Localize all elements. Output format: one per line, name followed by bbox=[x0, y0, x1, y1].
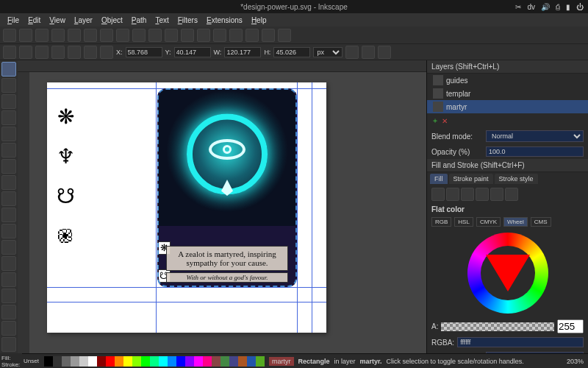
color-tab-cms[interactable]: CMS bbox=[531, 217, 551, 227]
card-flavor-text[interactable]: With or without a god's favour. bbox=[166, 272, 288, 283]
text-tool[interactable] bbox=[1, 272, 16, 287]
swatch[interactable] bbox=[185, 356, 194, 367]
fill-dialog-button[interactable] bbox=[213, 29, 226, 42]
guide-line[interactable] bbox=[297, 82, 298, 333]
stroke-indicator[interactable]: Unset bbox=[22, 356, 44, 366]
swatch[interactable] bbox=[194, 356, 203, 367]
align-button[interactable] bbox=[262, 29, 275, 42]
rgba-input[interactable] bbox=[457, 337, 584, 347]
swatch[interactable] bbox=[132, 356, 141, 367]
menu-path[interactable]: Path bbox=[129, 15, 150, 26]
node-tool[interactable] bbox=[1, 78, 16, 93]
calligraphy-tool[interactable] bbox=[1, 256, 16, 271]
prefs-button[interactable] bbox=[278, 29, 291, 42]
swatch[interactable] bbox=[229, 356, 238, 367]
menu-view[interactable]: View bbox=[46, 15, 68, 26]
redo-button[interactable] bbox=[84, 29, 97, 42]
affect-corners-button[interactable] bbox=[378, 46, 391, 59]
lower-button[interactable] bbox=[100, 46, 113, 59]
tab-fill[interactable]: Fill bbox=[430, 174, 448, 184]
fill-indicator[interactable]: Fill: Stroke: bbox=[0, 353, 22, 369]
w-input[interactable] bbox=[224, 47, 261, 57]
menu-filters[interactable]: Filters bbox=[175, 15, 201, 26]
visibility-icon[interactable] bbox=[433, 75, 443, 85]
copy-button[interactable] bbox=[100, 29, 113, 42]
zoom-level[interactable]: 203% bbox=[562, 358, 588, 365]
h-input[interactable] bbox=[273, 47, 310, 57]
swatch[interactable] bbox=[176, 356, 185, 367]
zoom-tool[interactable] bbox=[1, 110, 16, 125]
select-all-button[interactable] bbox=[3, 46, 16, 59]
swatch[interactable] bbox=[203, 356, 212, 367]
text-dialog-button[interactable] bbox=[229, 29, 243, 42]
tray-printer-icon[interactable]: ⎙ bbox=[556, 3, 560, 11]
visibility-icon[interactable] bbox=[433, 102, 443, 112]
tray-volume-icon[interactable]: 🔊 bbox=[541, 3, 550, 11]
box3d-tool[interactable] bbox=[1, 159, 16, 174]
y-input[interactable] bbox=[174, 47, 211, 57]
flip-h-button[interactable] bbox=[51, 46, 65, 59]
swatch[interactable] bbox=[159, 356, 168, 367]
swatch[interactable] bbox=[256, 356, 265, 367]
bucket-tool[interactable] bbox=[1, 321, 16, 336]
flip-v-button[interactable] bbox=[68, 46, 81, 59]
swatch[interactable] bbox=[238, 356, 247, 367]
guide-line[interactable] bbox=[312, 82, 312, 333]
guide-line[interactable] bbox=[156, 82, 157, 333]
guide-line[interactable] bbox=[47, 287, 326, 288]
swatch-button[interactable] bbox=[505, 188, 518, 201]
star-tool[interactable] bbox=[1, 191, 16, 206]
clone-button[interactable] bbox=[181, 29, 194, 42]
ellipse-tool[interactable] bbox=[1, 175, 16, 190]
menu-layer[interactable]: Layer bbox=[71, 15, 96, 26]
group-button[interactable] bbox=[197, 29, 210, 42]
radial-gradient-button[interactable] bbox=[476, 188, 489, 201]
lock-aspect-button[interactable] bbox=[345, 46, 359, 59]
card-main-text[interactable]: A zealot is martyred, inspiring sympathy… bbox=[166, 246, 288, 271]
layer-row-martyr[interactable]: martyr bbox=[427, 100, 588, 113]
canvas[interactable]: ❋ ♆ ☋ ֎ ❋ ☋ A zealot is martyred, bbox=[18, 60, 426, 353]
menu-edit[interactable]: Edit bbox=[25, 15, 43, 26]
color-tab-wheel[interactable]: Wheel bbox=[503, 217, 528, 227]
symbol-tree-icon[interactable]: ❋ bbox=[54, 105, 76, 131]
color-tab-rgb[interactable]: RGB bbox=[431, 217, 451, 227]
swatch[interactable] bbox=[212, 356, 220, 367]
xml-button[interactable] bbox=[245, 29, 259, 42]
tab-stroke-paint[interactable]: Stroke paint bbox=[449, 174, 493, 184]
card-object[interactable]: ❋ ☋ A zealot is martyred, inspiring symp… bbox=[157, 88, 297, 287]
swatch[interactable] bbox=[71, 356, 79, 367]
zoom-fit-button[interactable] bbox=[132, 29, 146, 42]
no-paint-button[interactable] bbox=[431, 188, 445, 201]
undo-button[interactable] bbox=[68, 29, 81, 42]
dropper-tool[interactable] bbox=[1, 305, 16, 319]
swatch[interactable] bbox=[53, 356, 62, 367]
selector-tool[interactable] bbox=[1, 62, 16, 77]
menu-text[interactable]: Text bbox=[152, 15, 171, 26]
alpha-input[interactable] bbox=[557, 319, 584, 333]
swatch[interactable] bbox=[106, 356, 115, 367]
sat-val-triangle-icon[interactable] bbox=[486, 255, 530, 291]
visibility-icon[interactable] bbox=[433, 88, 443, 99]
tab-stroke-style[interactable]: Stroke style bbox=[495, 174, 538, 184]
measure-tool[interactable] bbox=[1, 127, 16, 141]
menu-extensions[interactable]: Extensions bbox=[204, 15, 245, 26]
swatch[interactable] bbox=[88, 356, 97, 367]
guide-line[interactable] bbox=[47, 302, 326, 302]
ruler-horizontal[interactable] bbox=[18, 60, 426, 72]
bezier-tool[interactable] bbox=[1, 240, 16, 255]
menu-object[interactable]: Object bbox=[98, 15, 126, 26]
flat-color-button[interactable] bbox=[446, 188, 459, 201]
paste-button[interactable] bbox=[116, 29, 129, 42]
x-input[interactable] bbox=[126, 47, 162, 57]
rotate-right-button[interactable] bbox=[35, 46, 49, 59]
symbol-knot-icon[interactable]: ֎ bbox=[54, 224, 76, 250]
linear-gradient-button[interactable] bbox=[461, 188, 474, 201]
swatch[interactable] bbox=[141, 356, 150, 367]
color-tab-cmyk[interactable]: CMYK bbox=[476, 217, 501, 227]
blend-select[interactable]: Normal bbox=[486, 130, 584, 142]
ruler-vertical[interactable] bbox=[18, 72, 29, 353]
print-button[interactable] bbox=[51, 29, 65, 42]
symbol-lyre-icon[interactable]: ♆ bbox=[54, 144, 76, 171]
symbol-hands-icon[interactable]: ☋ bbox=[54, 184, 76, 210]
tray-user[interactable]: dv bbox=[527, 3, 535, 11]
